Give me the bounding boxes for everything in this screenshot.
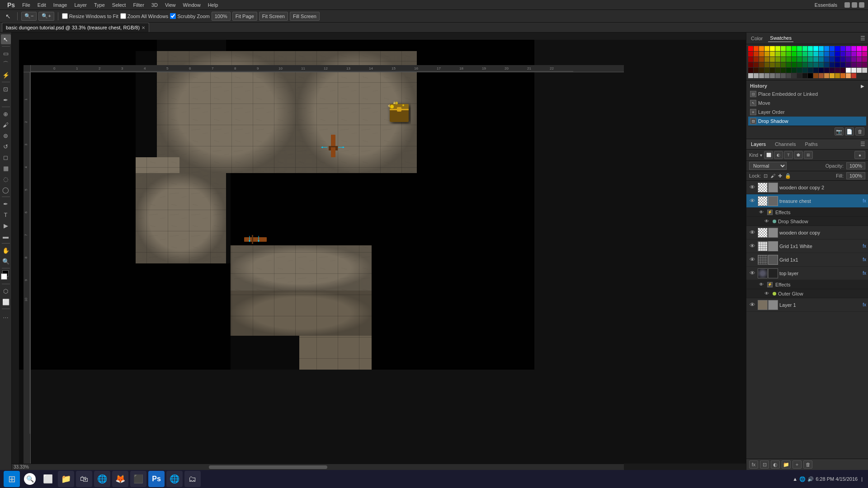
swatch-109[interactable] (862, 68, 867, 73)
swatch-64[interactable] (857, 57, 862, 62)
swatch-15[interactable] (830, 46, 835, 51)
filter-toggle-btn[interactable]: ● (854, 151, 865, 159)
swatch-0[interactable] (748, 46, 753, 51)
menu-view[interactable]: View (161, 0, 179, 9)
swatch-85[interactable] (851, 62, 856, 67)
swatch-75[interactable] (797, 62, 802, 67)
opacity-value[interactable]: 100% (846, 162, 865, 169)
swatch-90[interactable] (759, 68, 764, 73)
pen-tool[interactable]: ✒ (1, 199, 11, 209)
canvas-content[interactable] (19, 40, 746, 464)
swatch-36[interactable] (824, 52, 829, 56)
swatch-10[interactable] (802, 46, 807, 51)
swatch-41[interactable] (851, 52, 856, 56)
swatch-58[interactable] (824, 57, 829, 62)
swatch-13[interactable] (819, 46, 824, 51)
swatch-16[interactable] (835, 46, 840, 51)
swatch-94[interactable] (781, 68, 786, 73)
swatch-22[interactable] (748, 52, 753, 56)
swatch-63[interactable] (851, 57, 856, 62)
tab-close-btn[interactable]: ✕ (142, 25, 145, 30)
tray-arrow[interactable]: ▲ (793, 476, 797, 482)
swatch-7[interactable] (786, 46, 791, 51)
swatch-71[interactable] (775, 62, 780, 67)
taskbar-folder[interactable]: 🗂 (184, 471, 201, 487)
layers-tab[interactable]: Layers (749, 141, 768, 148)
swatch-31[interactable] (797, 52, 802, 56)
swatch-82[interactable] (835, 62, 840, 67)
panel-menu-icon[interactable]: ☰ (860, 35, 865, 42)
fit-screen-btn[interactable]: Fit Screen (259, 12, 288, 21)
swatch-27[interactable] (775, 52, 780, 56)
menu-filter[interactable]: Filter (129, 0, 147, 9)
color-selector[interactable] (1, 270, 11, 282)
history-item-3[interactable]: ⊡ Drop Shadow (748, 117, 866, 126)
move-tool[interactable]: ↖ (1, 34, 11, 44)
swatch-98[interactable] (802, 68, 807, 73)
swatch-42[interactable] (857, 52, 862, 56)
swatch-65[interactable] (862, 57, 867, 62)
shape-tool[interactable]: ▬ (1, 231, 11, 241)
layers-panel-menu[interactable]: ☰ (860, 141, 865, 147)
healing-tool[interactable]: ⊕ (1, 109, 11, 119)
swatch-91[interactable] (764, 68, 769, 73)
path-select-tool[interactable]: ▶ (1, 221, 11, 230)
lock-transparent-btn[interactable]: ⊡ (764, 173, 768, 179)
swatch-124[interactable] (824, 73, 829, 78)
swatch-120[interactable] (802, 73, 807, 78)
h-scroll-thumb[interactable] (209, 465, 327, 469)
layer-effects-vis-1[interactable]: 👁 (757, 208, 765, 216)
layer-effects-vis-5[interactable]: 👁 (757, 281, 765, 289)
channels-tab[interactable]: Channels (773, 141, 797, 148)
screen-mode-tool[interactable]: ⬜ (1, 297, 11, 307)
swatch-118[interactable] (792, 73, 797, 78)
zoom-out-btn[interactable]: 🔍− (21, 12, 37, 21)
swatch-123[interactable] (819, 73, 824, 78)
swatch-88[interactable] (748, 68, 753, 73)
filter-shape-btn[interactable]: ⬟ (794, 151, 803, 159)
zoom-tool[interactable]: 🔍 (1, 256, 11, 266)
swatch-32[interactable] (802, 52, 807, 56)
search-button[interactable]: 🔍 (22, 471, 38, 487)
swatch-40[interactable] (846, 52, 851, 56)
filter-pixel-btn[interactable]: ⬜ (764, 151, 773, 159)
taskbar-chrome[interactable]: 🌐 (94, 471, 110, 487)
layer-top-layer[interactable]: 👁 top layer fx (746, 267, 868, 280)
layer-outer-glow-5[interactable]: 👁 Outer Glow (746, 289, 868, 298)
gradient-tool[interactable]: ▦ (1, 163, 11, 173)
swatch-70[interactable] (770, 62, 775, 67)
add-style-btn[interactable]: fx (749, 460, 758, 469)
lasso-tool[interactable]: ⌒ (1, 59, 11, 69)
layer-effects-header-5[interactable]: 👁 ⚡ Effects (746, 280, 868, 289)
swatch-107[interactable] (851, 68, 856, 73)
swatch-45[interactable] (754, 57, 759, 62)
swatch-38[interactable] (835, 52, 840, 56)
taskbar-photoshop[interactable]: Ps (148, 471, 165, 487)
menu-layer[interactable]: Layer (71, 0, 90, 9)
extra-tools[interactable]: … (1, 311, 11, 321)
menu-image[interactable]: Image (50, 0, 71, 9)
swatch-111[interactable] (754, 73, 759, 78)
lock-position-btn[interactable]: ✚ (778, 173, 782, 179)
swatch-24[interactable] (759, 52, 764, 56)
swatch-44[interactable] (748, 57, 753, 62)
swatch-55[interactable] (808, 57, 813, 62)
swatch-121[interactable] (808, 73, 813, 78)
layer-vis-4[interactable]: 👁 (748, 256, 756, 264)
swatch-128[interactable] (846, 73, 851, 78)
layer-drop-shadow-1[interactable]: 👁 Drop Shadow (746, 217, 868, 226)
swatch-96[interactable] (792, 68, 797, 73)
quick-select-tool[interactable]: ⚡ (1, 70, 11, 80)
swatch-83[interactable] (840, 62, 845, 67)
history-panel-header[interactable]: History ▶ (748, 82, 866, 89)
quick-mask-tool[interactable]: ⬡ (1, 286, 11, 296)
swatch-43[interactable] (862, 52, 867, 56)
swatch-57[interactable] (819, 57, 824, 62)
swatch-95[interactable] (786, 68, 791, 73)
swatch-23[interactable] (754, 52, 759, 56)
swatch-69[interactable] (764, 62, 769, 67)
menu-type[interactable]: Type (90, 0, 108, 9)
hand-tool[interactable]: ✋ (1, 245, 11, 255)
swatch-104[interactable] (835, 68, 840, 73)
swatch-37[interactable] (830, 52, 835, 56)
